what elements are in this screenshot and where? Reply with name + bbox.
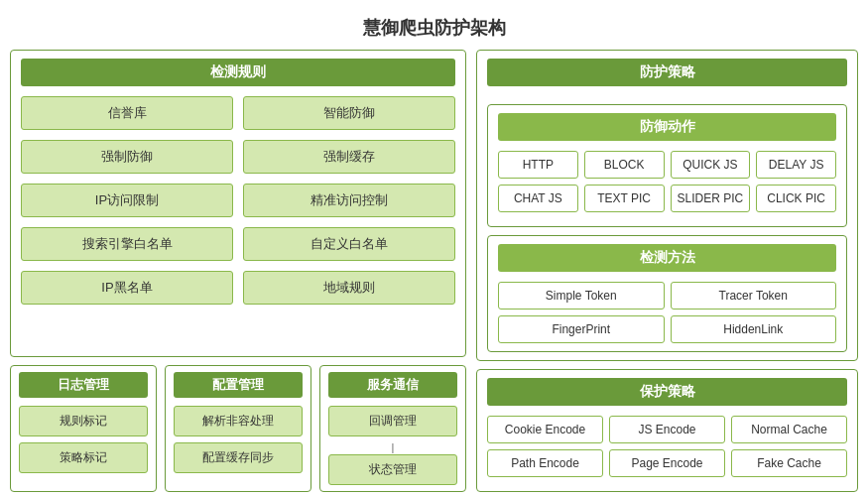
log-management-box: 日志管理 规则标记 策略标记: [10, 365, 157, 492]
list-item[interactable]: HiddenLink: [671, 315, 837, 343]
defense-policy-header: 防护策略: [487, 59, 847, 86]
list-item[interactable]: Normal Cache: [731, 416, 847, 443]
list-item[interactable]: 回调管理: [328, 406, 457, 436]
list-item[interactable]: DELAY JS: [756, 151, 836, 179]
list-item[interactable]: Path Encode: [487, 449, 603, 477]
list-item[interactable]: QUICK JS: [671, 151, 751, 179]
list-item[interactable]: 配置缓存同步: [174, 442, 303, 473]
list-item[interactable]: FingerPrint: [498, 315, 665, 343]
service-comm-box: 服务通信 回调管理 | 状态管理: [319, 365, 466, 492]
detect-method-section: 检测方法 Simple Token Tracer Token FingerPri…: [487, 235, 847, 352]
list-item[interactable]: HTTP: [498, 151, 578, 179]
protect-strategy-section: 保护策略 Cookie Encode JS Encode Normal Cach…: [476, 369, 858, 492]
list-item[interactable]: Simple Token: [498, 282, 665, 310]
left-panel: 检测规则 信誉库 智能防御 强制防御 强制缓存 IP访问限制 精准访问控制 搜索…: [10, 50, 466, 492]
list-item[interactable]: 强制防御: [21, 140, 233, 174]
list-item[interactable]: Cookie Encode: [487, 416, 603, 443]
list-item[interactable]: 解析非容处理: [174, 406, 303, 436]
action-grid-2: CHAT JS TEXT PIC SLIDER PIC CLICK PIC: [498, 185, 836, 212]
main-content: 检测规则 信誉库 智能防御 强制防御 强制缓存 IP访问限制 精准访问控制 搜索…: [10, 50, 858, 492]
list-item[interactable]: Tracer Token: [671, 282, 837, 310]
detect-method-header: 检测方法: [498, 244, 836, 272]
protect-grid: Cookie Encode JS Encode Normal Cache Pat…: [487, 416, 847, 477]
list-item[interactable]: CLICK PIC: [756, 185, 836, 212]
log-management-header: 日志管理: [19, 372, 148, 398]
list-item[interactable]: 智能防御: [243, 96, 455, 130]
list-item[interactable]: 搜索引擎白名单: [21, 227, 233, 261]
list-item[interactable]: IP访问限制: [21, 184, 233, 217]
list-item[interactable]: 精准访问控制: [243, 184, 455, 217]
list-item[interactable]: 强制缓存: [243, 140, 455, 174]
list-item[interactable]: IP黑名单: [21, 271, 233, 305]
list-item[interactable]: JS Encode: [609, 416, 725, 443]
list-item[interactable]: 策略标记: [19, 442, 148, 473]
right-panel: 防护策略 防御动作 HTTP BLOCK QUICK JS DELAY JS C…: [476, 50, 858, 492]
list-item[interactable]: 状态管理: [328, 454, 457, 485]
connector: |: [328, 442, 457, 453]
page-title: 慧御爬虫防护架构: [10, 10, 858, 50]
service-comm-header: 服务通信: [328, 372, 457, 398]
list-item[interactable]: Page Encode: [609, 449, 725, 477]
list-item[interactable]: 自定义白名单: [243, 227, 455, 261]
config-management-header: 配置管理: [174, 372, 303, 398]
list-item[interactable]: 地域规则: [243, 271, 455, 305]
detection-section: 检测规则 信誉库 智能防御 强制防御 强制缓存 IP访问限制 精准访问控制 搜索…: [10, 50, 466, 357]
protect-strategy-header: 保护策略: [487, 378, 847, 406]
detection-grid: 信誉库 智能防御 强制防御 强制缓存 IP访问限制 精准访问控制 搜索引擎白名单…: [21, 96, 455, 305]
page-wrapper: 慧御爬虫防护架构 检测规则 信誉库 智能防御 强制防御 强制缓存 IP访问限制 …: [0, 0, 868, 496]
list-item[interactable]: Fake Cache: [731, 449, 847, 477]
list-item[interactable]: TEXT PIC: [584, 185, 665, 212]
defense-action-header: 防御动作: [498, 113, 836, 141]
list-item[interactable]: SLIDER PIC: [671, 185, 751, 212]
defense-action-section: 防御动作 HTTP BLOCK QUICK JS DELAY JS CHAT J…: [487, 104, 847, 227]
bottom-left: 日志管理 规则标记 策略标记 配置管理 解析非容处理 配置缓存同步 服务通信 回…: [10, 365, 466, 492]
detection-header: 检测规则: [21, 59, 455, 86]
list-item[interactable]: BLOCK: [584, 151, 665, 179]
list-item[interactable]: CHAT JS: [498, 185, 578, 212]
list-item[interactable]: 信誉库: [21, 96, 233, 130]
method-grid: Simple Token Tracer Token FingerPrint Hi…: [498, 282, 836, 343]
defense-policy-wrapper: 防护策略 防御动作 HTTP BLOCK QUICK JS DELAY JS C…: [476, 50, 858, 361]
action-grid: HTTP BLOCK QUICK JS DELAY JS: [498, 151, 836, 179]
list-item[interactable]: 规则标记: [19, 406, 148, 436]
config-management-box: 配置管理 解析非容处理 配置缓存同步: [165, 365, 311, 492]
